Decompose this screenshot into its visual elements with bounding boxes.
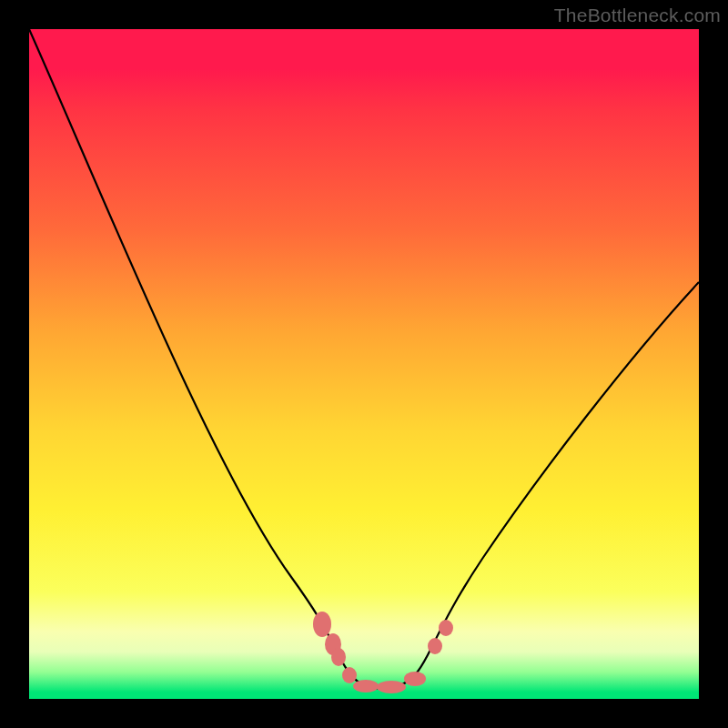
curve-bead <box>313 612 331 637</box>
curve-bead <box>353 680 379 693</box>
bead-group <box>313 612 453 693</box>
watermark-text: TheBottleneck.com <box>554 5 721 26</box>
curve-bead <box>342 667 357 683</box>
outer-frame: TheBottleneck.com <box>0 0 728 728</box>
plot-area <box>29 29 699 699</box>
curve-bead <box>377 681 406 693</box>
curve-bead <box>404 672 426 686</box>
curve-bead <box>331 648 346 666</box>
curve-bead <box>428 638 442 654</box>
curve-bead <box>439 620 453 636</box>
